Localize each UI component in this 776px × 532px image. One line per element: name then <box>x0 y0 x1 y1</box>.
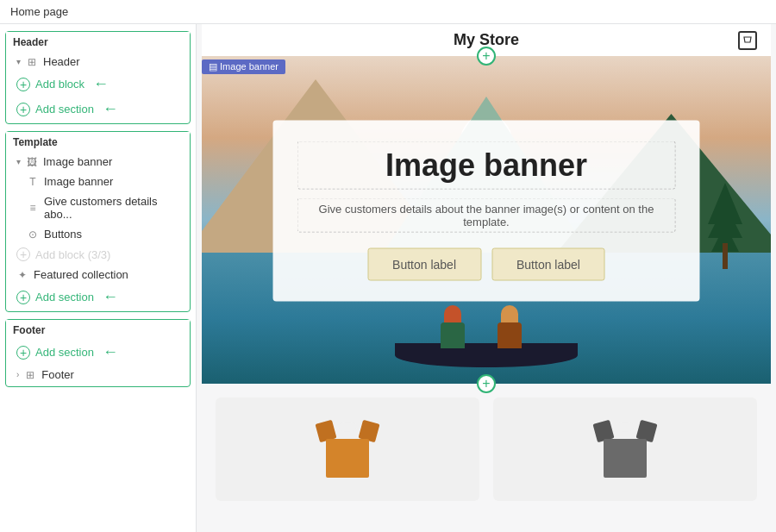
plus-circle-bottom[interactable]: + <box>477 374 496 393</box>
add-block-limited-item: + Add block (3/3) <box>6 244 190 265</box>
add-block-limited-plus-icon: + <box>16 247 30 261</box>
boat-area <box>372 290 600 367</box>
sidebar-item-buttons[interactable]: ⊙ Buttons <box>6 224 190 244</box>
cart-icon[interactable] <box>738 31 757 50</box>
footer-grid-icon: ⊞ <box>24 369 36 381</box>
add-section-header-plus-icon: + <box>16 103 30 116</box>
list-icon: ≡ <box>27 202 39 214</box>
image-banner-sub-label: Image banner <box>44 175 113 188</box>
banner-button-2[interactable]: Button label <box>491 248 605 281</box>
sidebar-item-featured-collection[interactable]: ✦ Featured collection <box>6 265 190 285</box>
give-customers-label: Give customers details abo... <box>44 195 183 221</box>
add-section-template-arrow: ← <box>103 288 118 306</box>
chevron-icon: ▾ <box>16 57 21 66</box>
preview-area: My Store ▤ Image banner + <box>197 24 776 532</box>
add-section-footer-item[interactable]: + Add section ← <box>6 340 190 365</box>
tree-trunk <box>723 243 728 269</box>
add-block-item[interactable]: + Add block ← <box>6 72 190 97</box>
product-card-1[interactable] <box>216 397 479 501</box>
add-section-template-label: Add section <box>35 291 94 304</box>
add-section-footer-plus-icon: + <box>16 346 30 360</box>
banner-overlay-card: Image banner Give customers details abou… <box>273 121 700 302</box>
plus-circle-top[interactable]: + <box>477 47 496 66</box>
sidebar-item-footer[interactable]: › ⊞ Footer <box>6 365 190 385</box>
add-section-template-plus-icon: + <box>16 291 30 304</box>
text-icon: T <box>27 176 39 188</box>
banner-background: Image banner Give customers details abou… <box>202 56 771 384</box>
chevron-down-icon: ▾ <box>16 157 21 166</box>
buttons-label: Buttons <box>44 228 82 241</box>
banner-section: ▤ Image banner + <box>202 56 771 384</box>
cursor-icon: ⊙ <box>27 228 39 241</box>
sidebar-item-image-banner[interactable]: T Image banner <box>6 172 190 191</box>
add-section-header-arrow: ← <box>103 100 118 118</box>
banner-label-badge: ▤ Image banner <box>202 59 285 74</box>
banner-buttons-row: Button label Button label <box>297 248 676 281</box>
add-block-limited-label: Add block (3/3) <box>35 248 110 261</box>
banner-overlay-title: Image banner <box>297 141 676 190</box>
add-block-label: Add block <box>35 78 84 91</box>
footer-section-group: Footer + Add section ← › ⊞ Footer <box>5 319 191 387</box>
add-section-template-item[interactable]: + Add section ← <box>6 285 190 310</box>
add-section-footer-label: Add section <box>35 346 94 359</box>
featured-collection-label: Featured collection <box>34 268 128 281</box>
template-section-group: Template ▾ 🖼 Image banner T Image banner… <box>5 131 191 312</box>
sidebar-item-header[interactable]: ▾ ⊞ Header <box>6 52 190 72</box>
products-section <box>202 384 771 515</box>
sidebar-item-image-banner-parent[interactable]: ▾ 🖼 Image banner <box>6 152 190 172</box>
header-section-group: Header ▾ ⊞ Header + Add block ← + Add se… <box>5 31 191 124</box>
template-section-title: Template <box>6 132 190 152</box>
image-icon: 🖼 <box>26 156 38 168</box>
star-icon: ✦ <box>16 269 28 281</box>
header-label: Header <box>43 55 80 68</box>
tree-right <box>708 183 742 269</box>
preview-frame: My Store ▤ Image banner + <box>202 24 771 515</box>
footer-chevron-icon: › <box>16 370 19 379</box>
gray-tshirt <box>595 422 655 478</box>
orange-tshirt <box>317 422 378 478</box>
sidebar-item-give-customers[interactable]: ≡ Give customers details abo... <box>6 191 190 224</box>
image-banner-label: Image banner <box>43 155 112 168</box>
footer-label: Footer <box>41 368 74 381</box>
add-section-footer-arrow: ← <box>103 343 118 361</box>
banner-label-text: Image banner <box>220 61 278 72</box>
product-card-2[interactable] <box>493 397 757 501</box>
footer-section-title: Footer <box>6 320 190 340</box>
add-section-header-label: Add section <box>35 103 94 116</box>
grid-icon: ⊞ <box>26 56 38 68</box>
add-block-arrow: ← <box>93 75 109 93</box>
sidebar: Header ▾ ⊞ Header + Add block ← + Add se… <box>0 24 197 532</box>
add-block-plus-icon: + <box>16 78 30 91</box>
page-title: Home page <box>10 5 68 18</box>
banner-button-1[interactable]: Button label <box>367 248 481 281</box>
add-section-header-item[interactable]: + Add section ← <box>6 97 190 122</box>
banner-label-icon: ▤ <box>209 61 220 72</box>
header-section-title: Header <box>6 32 190 52</box>
top-bar: Home page <box>0 0 776 24</box>
tree-foliage <box>708 183 742 252</box>
banner-overlay-text: Give customers details about the banner … <box>297 198 676 233</box>
